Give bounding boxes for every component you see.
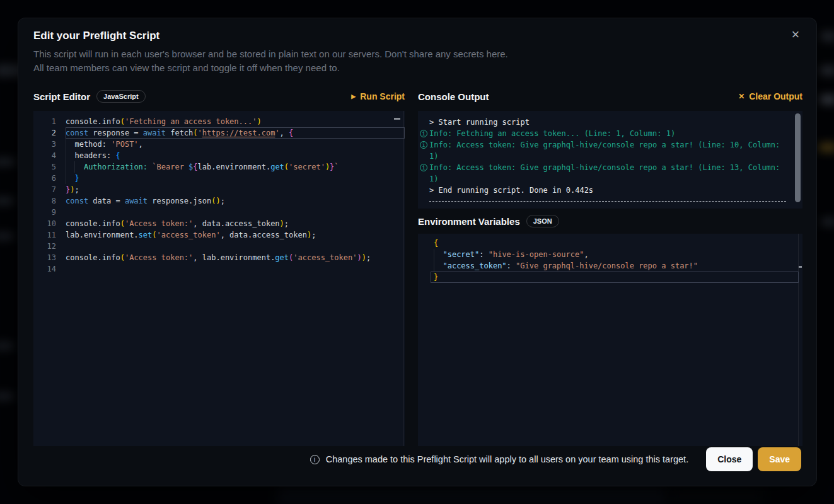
play-icon: ▶ xyxy=(351,94,356,100)
code-line-content[interactable]: method: 'POST', xyxy=(66,139,405,150)
code-line-content[interactable]: Authorization: `Bearer ${lab.environment… xyxy=(66,161,405,173)
code-line-content[interactable]: const data = await response.json(); xyxy=(66,195,405,207)
code-line: 9 xyxy=(33,207,405,218)
line-number: 11 xyxy=(33,229,64,241)
line-number: 2 xyxy=(33,127,64,139)
code-line-content[interactable] xyxy=(66,207,405,218)
clear-output-label: Clear Output xyxy=(749,91,802,101)
code-line: 14 xyxy=(33,263,405,275)
line-number: 3 xyxy=(33,139,64,150)
run-script-button[interactable]: ▶ Run Script xyxy=(351,91,405,101)
code-line: 7}); xyxy=(33,184,405,195)
close-button[interactable]: Close xyxy=(706,447,753,471)
modal-description-line2: All team members can view the script and… xyxy=(33,61,508,75)
env-line-content[interactable]: { xyxy=(431,238,799,249)
line-number: 12 xyxy=(33,241,64,252)
line-number: 6 xyxy=(33,173,64,184)
code-line: 2const response = await fetch('https://t… xyxy=(33,127,405,139)
code-line: 5 Authorization: `Bearer ${lab.environme… xyxy=(33,161,405,173)
code-line: 12 xyxy=(33,241,405,252)
clear-icon: ✕ xyxy=(738,93,744,100)
env-line: "secret": "hive-is-open-source", xyxy=(418,249,802,260)
script-editor-title: Script Editor xyxy=(33,91,90,102)
modal-description-line1: This script will run in each user's brow… xyxy=(33,47,508,61)
run-script-label: Run Script xyxy=(360,91,405,101)
console-info-icon: i xyxy=(420,130,427,137)
line-number: 9 xyxy=(33,207,64,218)
console-info-icon: i xyxy=(420,141,427,149)
console-scrollbar-track xyxy=(794,112,801,207)
console-entry-text: > Start running script xyxy=(429,117,787,128)
env-line-content[interactable]: "secret": "hive-is-open-source", xyxy=(431,249,799,260)
code-line: 6 } xyxy=(33,173,405,184)
console-output-title: Console Output xyxy=(418,91,489,102)
script-code-editor[interactable]: 1console.info('Fetching an access token.… xyxy=(33,111,405,446)
save-button[interactable]: Save xyxy=(758,447,801,471)
console-info-icon: i xyxy=(420,164,427,171)
console-entry: iInfo: Access token: Give graphql-hive/c… xyxy=(418,139,787,162)
environment-variables-title: Environment Variables xyxy=(418,216,520,227)
env-overview-ruler-mark xyxy=(799,266,802,268)
code-line-content[interactable] xyxy=(66,263,405,275)
console-output-panel[interactable]: > Start running scriptiInfo: Fetching an… xyxy=(418,111,802,209)
clear-output-button[interactable]: ✕ Clear Output xyxy=(738,91,802,101)
modal-description: This script will run in each user's brow… xyxy=(33,47,508,75)
console-entry-text: > End running script. Done in 0.442s xyxy=(429,185,787,196)
line-number: 13 xyxy=(33,252,64,263)
info-icon: i xyxy=(310,455,320,464)
env-line: { xyxy=(418,238,802,249)
console-entry-text: Info: Fetching an access token... (Line:… xyxy=(429,128,787,139)
line-number: 7 xyxy=(33,184,64,195)
console-entry: > End running script. Done in 0.442s xyxy=(418,185,787,196)
code-line-content[interactable]: console.info('Access token:', lab.enviro… xyxy=(66,252,405,263)
console-entry-text: Info: Access token: Give graphql-hive/co… xyxy=(429,162,787,185)
env-line-content[interactable]: } xyxy=(431,272,799,283)
console-separator xyxy=(429,201,786,202)
page-background: × Edit your Preflight Script This script… xyxy=(0,0,834,504)
environment-variables-editor[interactable]: { "secret": "hive-is-open-source", "acce… xyxy=(418,234,802,446)
code-line-content[interactable]: headers: { xyxy=(66,150,405,161)
console-entry: iInfo: Access token: Give graphql-hive/c… xyxy=(418,162,787,185)
code-line: 8const data = await response.json(); xyxy=(33,195,405,207)
footer-note-text: Changes made to this Preflight Script wi… xyxy=(326,454,688,464)
preflight-script-modal: × Edit your Preflight Script This script… xyxy=(18,18,817,486)
code-line-content[interactable]: lab.environment.set('access_token', data… xyxy=(66,229,405,241)
env-line: "access_token": "Give graphql-hive/conso… xyxy=(418,260,802,272)
code-line-content[interactable] xyxy=(66,241,405,252)
code-line: 1console.info('Fetching an access token.… xyxy=(33,116,405,127)
console-entry-text: Info: Access token: Give graphql-hive/co… xyxy=(429,139,787,162)
line-number: 10 xyxy=(33,218,64,229)
console-entry: > Start running script xyxy=(418,117,787,128)
code-line-content[interactable]: const response = await fetch('https://te… xyxy=(66,127,405,139)
code-line: 10console.info('Access token:', data.acc… xyxy=(33,218,405,229)
code-line-content[interactable]: }); xyxy=(66,184,405,195)
code-line-content[interactable]: console.info('Access token:', data.acces… xyxy=(66,218,405,229)
code-line: 4 headers: { xyxy=(33,150,405,161)
line-number: 14 xyxy=(33,263,64,275)
line-number: 4 xyxy=(33,150,64,161)
code-line: 11lab.environment.set('access_token', da… xyxy=(33,229,405,241)
console-entry: iInfo: Fetching an access token... (Line… xyxy=(418,128,787,139)
close-icon[interactable]: × xyxy=(787,27,804,43)
json-badge: JSON xyxy=(526,215,559,227)
env-line-content[interactable]: "access_token": "Give graphql-hive/conso… xyxy=(431,260,799,272)
javascript-badge: JavaScript xyxy=(96,90,146,103)
modal-title: Edit your Preflight Script xyxy=(33,30,159,42)
code-line-content[interactable]: console.info('Fetching an access token..… xyxy=(66,116,405,127)
code-line-content[interactable]: } xyxy=(66,173,405,184)
code-line: 13console.info('Access token:', lab.envi… xyxy=(33,252,405,263)
line-number: 5 xyxy=(33,161,64,173)
footer-note: i Changes made to this Preflight Script … xyxy=(310,454,688,464)
console-scrollbar-thumb[interactable] xyxy=(795,113,801,202)
code-line: 3 method: 'POST', xyxy=(33,139,405,150)
line-number: 1 xyxy=(33,116,64,127)
env-line: } xyxy=(418,272,802,283)
line-number: 8 xyxy=(33,195,64,207)
